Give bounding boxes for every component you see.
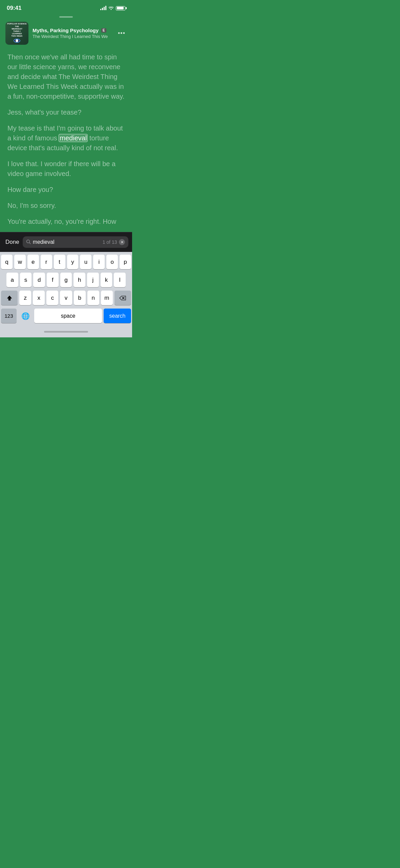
highlight-medieval: medieval: [59, 134, 87, 142]
battery-icon: [116, 6, 125, 11]
key-s[interactable]: s: [20, 273, 32, 287]
search-input-container: 1 of 13: [23, 236, 129, 248]
podcast-header: POPULAR SCIENCETHEWEIRDESTTHING ILEARNED…: [0, 19, 132, 49]
key-b[interactable]: b: [74, 291, 86, 305]
key-n[interactable]: n: [87, 291, 99, 305]
episode-title: Myths, Parking Psychology: [33, 27, 99, 33]
key-e[interactable]: e: [27, 255, 39, 269]
done-button[interactable]: Done: [5, 237, 19, 247]
key-f[interactable]: f: [47, 273, 59, 287]
keyboard: q w e r t y u i o p a s d f g h j k l z …: [0, 252, 132, 326]
search-icon: [26, 239, 31, 245]
keyboard-row-bottom: 123 🌐 space search: [1, 309, 131, 323]
key-j[interactable]: j: [87, 273, 99, 287]
drag-handle: [0, 14, 132, 19]
key-m[interactable]: m: [101, 291, 113, 305]
artwork-eye-icon: [14, 39, 20, 43]
transcript-paragraph-0: Then once we've all had time to spin our…: [7, 52, 125, 101]
podcast-info: Myths, Parking Psychology E The Weirdest…: [33, 27, 112, 39]
key-h[interactable]: h: [73, 273, 85, 287]
search-clear-button[interactable]: [119, 239, 125, 245]
key-c[interactable]: c: [46, 291, 58, 305]
search-prev-button[interactable]: ⌃: [132, 238, 132, 246]
keyboard-row-1: q w e r t y u i o p: [1, 255, 131, 269]
key-y[interactable]: y: [67, 255, 79, 269]
more-dots-icon: •••: [118, 30, 125, 37]
search-bar: Done 1 of 13 ⌃ ⌄: [0, 232, 132, 252]
key-v[interactable]: v: [60, 291, 72, 305]
status-bar: 09:41: [0, 0, 132, 14]
podcast-badge: E: [101, 28, 106, 33]
status-time: 09:41: [7, 5, 21, 12]
key-r[interactable]: r: [41, 255, 52, 269]
key-p[interactable]: p: [120, 255, 131, 269]
svg-line-1: [29, 242, 30, 244]
key-space[interactable]: space: [34, 309, 102, 323]
transcript-paragraph-1: Jess, what's your tease?: [7, 107, 125, 117]
key-t[interactable]: t: [54, 255, 65, 269]
home-bar: [0, 326, 132, 337]
key-shift[interactable]: [1, 291, 18, 305]
status-icons: [100, 6, 125, 11]
podcast-artwork: POPULAR SCIENCETHEWEIRDESTTHING ILEARNED…: [5, 22, 28, 45]
search-result-count: 1 of 13: [103, 239, 117, 245]
key-g[interactable]: g: [60, 273, 72, 287]
search-navigation: ⌃ ⌄: [132, 238, 132, 246]
more-options-button[interactable]: •••: [117, 28, 127, 38]
show-name: The Weirdest Thing I Learned This We: [33, 34, 108, 39]
key-numbers[interactable]: 123: [1, 309, 17, 323]
key-i[interactable]: i: [93, 255, 105, 269]
key-k[interactable]: k: [101, 273, 112, 287]
key-x[interactable]: x: [33, 291, 45, 305]
key-u[interactable]: u: [80, 255, 91, 269]
key-q[interactable]: q: [1, 255, 13, 269]
keyboard-row-2: a s d f g h j k l: [1, 273, 131, 287]
key-backspace[interactable]: [114, 291, 131, 305]
search-input[interactable]: [33, 239, 101, 245]
key-d[interactable]: d: [33, 273, 45, 287]
key-z[interactable]: z: [19, 291, 31, 305]
home-indicator: [44, 331, 88, 333]
key-globe[interactable]: 🌐: [18, 312, 33, 320]
key-o[interactable]: o: [106, 255, 118, 269]
keyboard-row-3: z x c v b n m: [1, 291, 131, 305]
transcript-paragraph-6: You're actually, no, you're right. How: [7, 217, 125, 226]
transcript-paragraph-3: I love that. I wonder if there will be a…: [7, 159, 125, 179]
key-l[interactable]: l: [114, 273, 126, 287]
transcript-paragraph-4: How dare you?: [7, 185, 125, 195]
key-search[interactable]: search: [104, 309, 131, 323]
transcript-paragraph-2: My tease is that I'm going to talk about…: [7, 123, 125, 153]
key-w[interactable]: w: [14, 255, 26, 269]
transcript-paragraph-5: No, I'm so sorry.: [7, 201, 125, 211]
signal-icon: [100, 6, 106, 10]
transcript-area: Then once we've all had time to spin our…: [0, 49, 132, 232]
wifi-icon: [108, 6, 114, 11]
key-a[interactable]: a: [6, 273, 18, 287]
